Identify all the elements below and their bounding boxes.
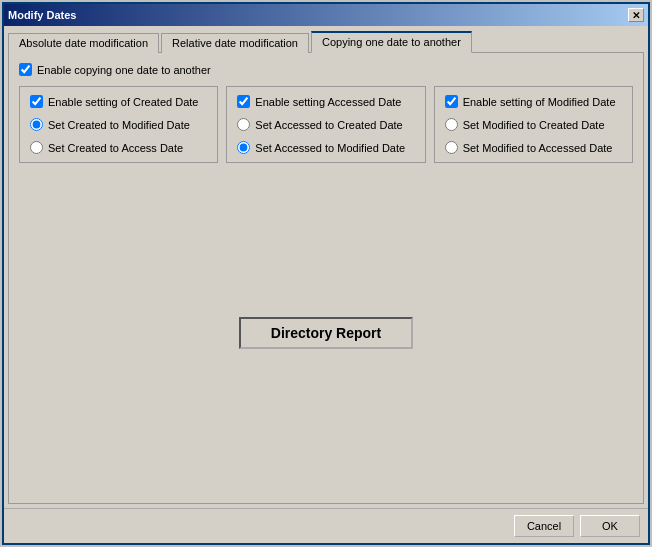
panel-modified: Enable setting of Modified Date Set Modi… [434,86,633,163]
created-to-access-row: Set Created to Access Date [30,141,207,154]
tab-bar: Absolute date modification Relative date… [8,30,644,52]
tab-copying[interactable]: Copying one date to another [311,31,472,53]
enable-copy-row: Enable copying one date to another [19,63,633,76]
modified-to-accessed-radio[interactable] [445,141,458,154]
created-to-access-radio[interactable] [30,141,43,154]
title-bar: Modify Dates ✕ [4,4,648,26]
directory-report-box: Directory Report [239,317,413,349]
enable-accessed-checkbox[interactable] [237,95,250,108]
window-content: Absolute date modification Relative date… [4,26,648,508]
created-to-modified-label[interactable]: Set Created to Modified Date [48,119,190,131]
tab-copying-content: Enable copying one date to another Enabl… [8,52,644,504]
accessed-to-created-label[interactable]: Set Accessed to Created Date [255,119,402,131]
modified-to-accessed-row: Set Modified to Accessed Date [445,141,622,154]
enable-created-row: Enable setting of Created Date [30,95,207,108]
modified-to-created-row: Set Modified to Created Date [445,118,622,131]
accessed-to-created-radio[interactable] [237,118,250,131]
tab-absolute[interactable]: Absolute date modification [8,33,159,53]
panels-row: Enable setting of Created Date Set Creat… [19,86,633,163]
enable-modified-row: Enable setting of Modified Date [445,95,622,108]
modified-to-created-label[interactable]: Set Modified to Created Date [463,119,605,131]
created-to-access-label[interactable]: Set Created to Access Date [48,142,183,154]
enable-modified-label[interactable]: Enable setting of Modified Date [463,96,616,108]
directory-report-area: Directory Report [19,173,633,493]
enable-created-label[interactable]: Enable setting of Created Date [48,96,198,108]
enable-created-checkbox[interactable] [30,95,43,108]
accessed-to-modified-radio[interactable] [237,141,250,154]
close-button[interactable]: ✕ [628,8,644,22]
enable-copy-checkbox[interactable] [19,63,32,76]
directory-report-label: Directory Report [271,325,381,341]
tab-relative[interactable]: Relative date modification [161,33,309,53]
window-title: Modify Dates [8,9,76,21]
footer: Cancel OK [4,508,648,543]
enable-modified-checkbox[interactable] [445,95,458,108]
created-to-modified-radio[interactable] [30,118,43,131]
panel-created: Enable setting of Created Date Set Creat… [19,86,218,163]
modified-to-accessed-label[interactable]: Set Modified to Accessed Date [463,142,613,154]
accessed-to-modified-row: Set Accessed to Modified Date [237,141,414,154]
enable-accessed-label[interactable]: Enable setting Accessed Date [255,96,401,108]
main-window: Modify Dates ✕ Absolute date modificatio… [2,2,650,545]
accessed-to-modified-label[interactable]: Set Accessed to Modified Date [255,142,405,154]
accessed-to-created-row: Set Accessed to Created Date [237,118,414,131]
enable-accessed-row: Enable setting Accessed Date [237,95,414,108]
panel-accessed: Enable setting Accessed Date Set Accesse… [226,86,425,163]
cancel-button[interactable]: Cancel [514,515,574,537]
ok-button[interactable]: OK [580,515,640,537]
created-to-modified-row: Set Created to Modified Date [30,118,207,131]
enable-copy-label[interactable]: Enable copying one date to another [37,64,211,76]
modified-to-created-radio[interactable] [445,118,458,131]
